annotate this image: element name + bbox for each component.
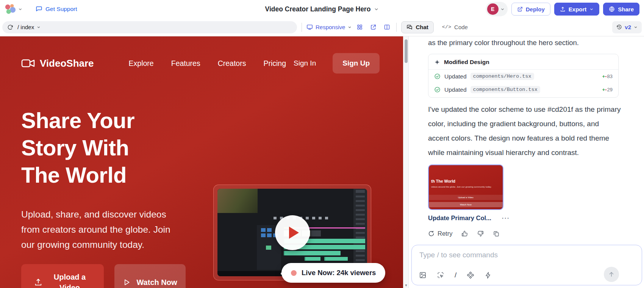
code-icon: </> [442, 24, 451, 30]
message-actions: Retry [428, 230, 625, 237]
nav-link-pricing[interactable]: Pricing [263, 59, 286, 68]
history-icon [616, 24, 622, 30]
app-header: Video Creator Landing Page Hero Ge [0, 0, 644, 18]
chevron-down-icon[interactable] [374, 7, 379, 12]
check-circle-icon [434, 86, 441, 93]
file-chip[interactable]: components/Hero.tsx [470, 73, 534, 80]
slash-command-button[interactable]: / [455, 271, 456, 279]
monitor-icon [306, 24, 313, 30]
send-button[interactable] [604, 267, 619, 282]
thumbnail-caption-row: Update Primary Col... ··· [428, 214, 625, 222]
live-now-badge: Live Now: 24k viewers [281, 263, 385, 283]
divider [302, 23, 302, 32]
chat-input[interactable] [419, 251, 616, 264]
deploy-icon [517, 6, 523, 12]
tab-code[interactable]: </> Code [442, 24, 468, 30]
version-dropdown[interactable]: v2 [612, 21, 642, 33]
sign-in-link[interactable]: Sign In [294, 59, 316, 67]
share-button[interactable]: Share [603, 3, 639, 16]
assistant-message-tail: as the primary color throughout the hero… [428, 38, 625, 48]
quick-actions-icon[interactable] [485, 272, 492, 279]
version-caption-link[interactable]: Update Primary Col... [428, 214, 491, 222]
sparkle-icon [434, 59, 440, 65]
project-title[interactable]: Video Creator Landing Page Hero [265, 5, 371, 13]
scrollbar-down-arrow[interactable]: ▼ [403, 283, 408, 287]
site-preview: VideoShare Explore Features Creators Pri… [0, 36, 408, 288]
split-view-button[interactable] [381, 22, 392, 33]
chevron-down-icon [500, 7, 505, 11]
retry-button[interactable]: Retry [428, 230, 452, 237]
nav-link-creators[interactable]: Creators [218, 59, 246, 68]
chat-input-box[interactable]: / [411, 245, 642, 285]
thumbnail-button: Upload a Video [429, 195, 503, 200]
file-action: Updated [444, 86, 467, 93]
brand-logo[interactable]: VideoShare [21, 58, 94, 69]
get-support-label: Get Support [45, 6, 77, 13]
chat-tab-label: Chat [416, 24, 428, 30]
diff-stat: +-83 [602, 74, 613, 79]
upload-icon [560, 6, 566, 12]
deploy-label: Deploy [526, 6, 545, 13]
chat-bubbles-icon [406, 24, 413, 30]
deploy-button[interactable]: Deploy [511, 3, 550, 16]
file-update-row: Updated components/Hero.tsx +-83 [428, 70, 618, 83]
chevron-down-icon [37, 25, 41, 29]
globe-icon [609, 6, 615, 12]
chat-messages: as the primary color throughout the hero… [409, 36, 644, 243]
nav-link-explore[interactable]: Explore [129, 59, 154, 68]
hero-description: Upload, share, and discover videos from … [21, 207, 186, 252]
play-button[interactable] [275, 215, 310, 250]
page-path: / index [17, 24, 34, 30]
browser-toolbar: / index Responsive Chat </> Code [0, 18, 644, 36]
modified-design-header: Modified Design [428, 54, 618, 70]
nav-link-features[interactable]: Features [171, 59, 200, 68]
scrollbar-thumb[interactable] [405, 39, 408, 63]
thumbs-up-button[interactable] [461, 230, 468, 237]
chevron-down-icon [634, 25, 638, 29]
open-in-new-tab-button[interactable] [367, 22, 379, 33]
chat-bubble-icon [36, 6, 42, 13]
integrations-icon[interactable] [467, 271, 474, 279]
refresh-icon[interactable] [7, 24, 13, 30]
workspace-menu[interactable] [5, 3, 22, 15]
url-bar[interactable]: / index [2, 21, 297, 33]
watch-now-button[interactable]: Watch Now [114, 264, 186, 288]
device-mode-label: Responsive [316, 24, 345, 30]
modified-design-title: Modified Design [444, 59, 489, 66]
component-inspector-button[interactable] [354, 22, 365, 33]
more-options-button[interactable]: ··· [502, 215, 510, 221]
play-outline-icon [123, 279, 130, 286]
play-icon [289, 227, 299, 239]
get-support-link[interactable]: Get Support [36, 6, 77, 13]
sign-up-button[interactable]: Sign Up [333, 53, 380, 74]
version-thumbnail[interactable]: th The World videos around the globe. Jo… [428, 164, 503, 210]
upload-icon [34, 278, 42, 286]
file-action: Updated [444, 73, 467, 80]
modified-design-card: Modified Design Updated components/Hero.… [428, 54, 619, 98]
thumbs-down-button[interactable] [477, 230, 484, 237]
chevron-down-icon [589, 7, 594, 11]
select-element-button[interactable] [437, 271, 444, 279]
copy-button[interactable] [493, 230, 500, 237]
hero-heading: Share Your Story With The World [21, 107, 134, 189]
file-update-row: Updated components/Button.tsx +-29 [428, 83, 618, 97]
chevron-down-icon [348, 25, 352, 29]
account-menu[interactable]: E [486, 2, 508, 16]
watch-now-label: Watch Now [136, 277, 177, 288]
file-chip[interactable]: components/Button.tsx [470, 86, 540, 93]
upload-video-button[interactable]: Upload a Video [21, 264, 104, 288]
brand-name: VideoShare [40, 58, 94, 69]
tab-chat[interactable]: Chat [401, 21, 433, 33]
check-circle-icon [434, 73, 441, 80]
export-button[interactable]: Export [554, 3, 600, 16]
share-label: Share [618, 6, 634, 13]
attach-image-button[interactable] [419, 271, 427, 279]
page-path-dropdown[interactable]: / index [17, 24, 41, 30]
thumbnail-text: videos around the globe. Join our growin… [431, 186, 492, 188]
assistant-message: I've updated the color scheme to use #cd… [428, 102, 622, 160]
upload-video-label: Upload a Video [48, 272, 91, 288]
divider [396, 23, 397, 32]
preview-scrollbar[interactable]: ▼ [403, 36, 408, 288]
device-mode-dropdown[interactable]: Responsive [306, 24, 352, 30]
export-label: Export [569, 6, 587, 13]
